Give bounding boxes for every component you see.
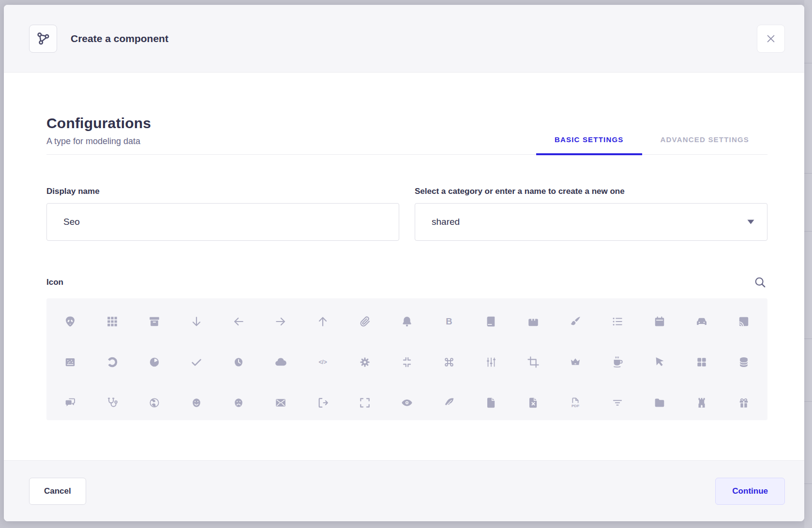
settings-tabs: BASIC SETTINGS ADVANCED SETTINGS — [536, 135, 767, 154]
code-icon[interactable] — [302, 355, 344, 369]
gift-icon[interactable] — [722, 396, 765, 410]
apps-icon[interactable] — [91, 315, 134, 328]
calendar-icon[interactable] — [638, 315, 680, 328]
cup-icon[interactable] — [596, 355, 638, 369]
crop-icon[interactable] — [512, 355, 554, 369]
file-pdf-icon[interactable] — [554, 396, 596, 410]
modal-header: Create a component — [4, 5, 804, 73]
close-button[interactable] — [757, 25, 785, 53]
feather-icon[interactable] — [428, 396, 470, 410]
command-icon[interactable] — [428, 355, 470, 369]
dashboard-icon[interactable] — [680, 355, 722, 369]
gate-icon[interactable] — [680, 396, 722, 410]
chevron-down-icon — [747, 220, 754, 224]
component-icon — [29, 25, 57, 53]
envelope-icon[interactable] — [260, 396, 302, 410]
bell-icon[interactable] — [386, 315, 428, 328]
page-scrollbar[interactable] — [804, 0, 812, 528]
chart-circle-icon[interactable] — [91, 355, 134, 369]
arrow-up-icon[interactable] — [302, 315, 344, 328]
book-icon[interactable] — [470, 315, 512, 328]
clock-icon[interactable] — [218, 355, 260, 369]
faders-icon[interactable] — [470, 355, 512, 369]
section-header: Configurations A type for modeling data … — [46, 73, 767, 155]
folder-icon[interactable] — [638, 396, 680, 410]
chart-pie-icon[interactable] — [134, 355, 176, 369]
modal-title: Create a component — [71, 33, 168, 44]
database-icon[interactable] — [722, 355, 765, 369]
tab-advanced-settings[interactable]: ADVANCED SETTINGS — [642, 135, 767, 154]
search-icon — [753, 276, 767, 289]
emotion-unhappy-icon[interactable] — [218, 396, 260, 410]
filter-icon[interactable] — [596, 396, 638, 410]
archive-icon[interactable] — [134, 315, 176, 328]
page-title: Configurations — [46, 115, 151, 132]
close-icon — [766, 33, 776, 44]
crown-icon[interactable] — [554, 355, 596, 369]
emotion-happy-icon[interactable] — [176, 396, 218, 410]
form-row: Display name Select a category or enter … — [46, 187, 767, 241]
display-name-label: Display name — [46, 187, 399, 196]
discuss-icon[interactable] — [49, 396, 91, 410]
display-name-input[interactable] — [46, 203, 399, 241]
modal-footer: Cancel Continue — [4, 460, 804, 521]
check-icon[interactable] — [176, 355, 218, 369]
category-select[interactable]: shared — [415, 203, 767, 241]
tab-basic-settings[interactable]: BASIC SETTINGS — [536, 135, 642, 154]
exit-icon[interactable] — [302, 396, 344, 410]
continue-button[interactable]: Continue — [715, 478, 785, 505]
category-label: Select a category or enter a name to cre… — [415, 187, 767, 196]
modal-body: Configurations A type for modeling data … — [4, 73, 804, 460]
cog-icon[interactable] — [344, 355, 386, 369]
file-icon[interactable] — [470, 396, 512, 410]
chart-bubble-icon[interactable] — [49, 355, 91, 369]
arrow-right-icon[interactable] — [260, 315, 302, 328]
attachment-icon[interactable] — [344, 315, 386, 328]
icon-picker-header: Icon — [46, 275, 767, 290]
icon-search-button[interactable] — [752, 275, 767, 290]
bold-icon[interactable] — [428, 315, 470, 328]
doctor-icon[interactable] — [91, 396, 134, 410]
create-component-modal: Create a component Configurations A type… — [4, 5, 804, 521]
collapse-icon[interactable] — [386, 355, 428, 369]
bullet-list-icon[interactable] — [596, 315, 638, 328]
eye-icon[interactable] — [386, 396, 428, 410]
file-error-icon[interactable] — [512, 396, 554, 410]
brush-icon[interactable] — [554, 315, 596, 328]
cancel-button[interactable]: Cancel — [29, 478, 86, 505]
arrow-left-icon[interactable] — [218, 315, 260, 328]
cloud-icon[interactable] — [260, 355, 302, 369]
page-subtitle: A type for modeling data — [46, 136, 151, 147]
category-select-value: shared — [432, 217, 460, 227]
earth-icon[interactable] — [134, 396, 176, 410]
expand-icon[interactable] — [344, 396, 386, 410]
alien-icon[interactable] — [49, 315, 91, 328]
arrow-down-icon[interactable] — [176, 315, 218, 328]
icon-grid — [46, 298, 767, 420]
cast-icon[interactable] — [722, 315, 765, 328]
icon-label: Icon — [46, 278, 63, 287]
briefcase-icon[interactable] — [512, 315, 554, 328]
car-icon[interactable] — [680, 315, 722, 328]
cursor-icon[interactable] — [638, 355, 680, 369]
